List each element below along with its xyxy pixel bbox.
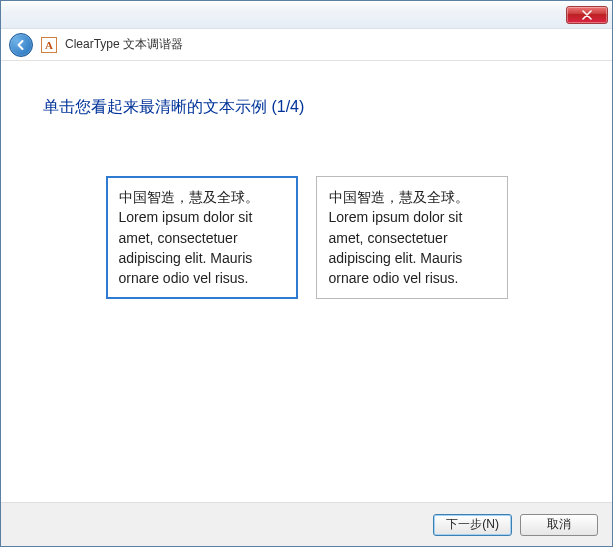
titlebar [1,1,612,29]
text-sample-2[interactable]: 中国智造，慧及全球。 Lorem ipsum dolor sit amet, c… [316,176,508,299]
app-icon-letter: A [45,39,53,51]
page-heading: 单击您看起来最清晰的文本示例 (1/4) [43,97,570,118]
app-icon: A [41,37,57,53]
button-label: 取消 [547,516,571,533]
sample-text: 中国智造，慧及全球。 Lorem ipsum dolor sit amet, c… [329,189,469,286]
close-icon [581,10,593,20]
back-arrow-icon [14,38,28,52]
text-sample-1[interactable]: 中国智造，慧及全球。 Lorem ipsum dolor sit amet, c… [106,176,298,299]
button-label: 下一步(N) [446,516,499,533]
nav-bar: A ClearType 文本调谐器 [1,29,612,61]
dialog-footer: 下一步(N) 取消 [1,502,612,546]
dialog-window: A ClearType 文本调谐器 单击您看起来最清晰的文本示例 (1/4) 中… [0,0,613,547]
content-area: 单击您看起来最清晰的文本示例 (1/4) 中国智造，慧及全球。 Lorem ip… [1,61,612,502]
cancel-button[interactable]: 取消 [520,514,598,536]
sample-text: 中国智造，慧及全球。 Lorem ipsum dolor sit amet, c… [119,189,259,286]
close-button[interactable] [566,6,608,24]
sample-container: 中国智造，慧及全球。 Lorem ipsum dolor sit amet, c… [43,176,570,299]
dialog-title: ClearType 文本调谐器 [65,36,183,53]
next-button[interactable]: 下一步(N) [433,514,512,536]
back-button[interactable] [9,33,33,57]
